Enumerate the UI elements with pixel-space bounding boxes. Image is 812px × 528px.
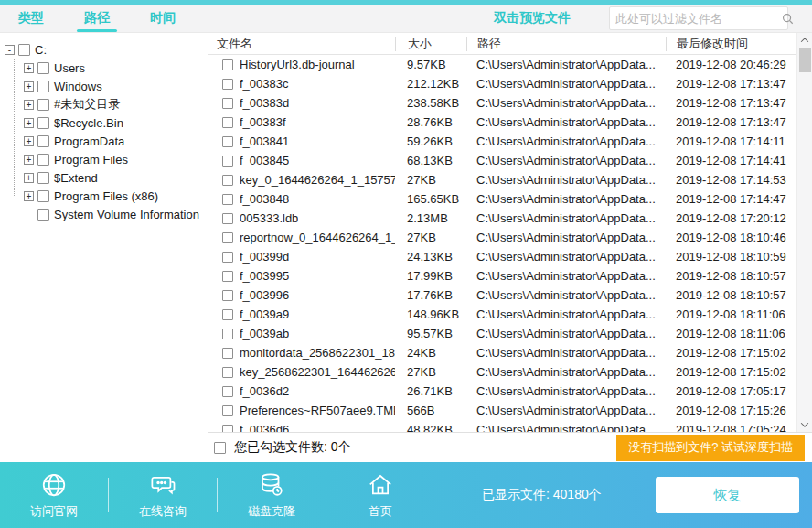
row-checkbox[interactable] <box>222 386 233 397</box>
nav-item-home[interactable]: 首页 <box>326 471 434 520</box>
tree-item-checkbox[interactable] <box>37 62 49 74</box>
expand-icon[interactable]: + <box>24 81 34 92</box>
tree-item[interactable]: + Windows <box>24 77 208 95</box>
row-checkbox[interactable] <box>222 175 233 186</box>
expand-icon[interactable]: + <box>24 63 34 73</box>
file-name: f_00383c <box>240 77 289 91</box>
deep-scan-button[interactable]: 没有扫描到文件? 试试深度扫描 <box>616 435 805 461</box>
table-row[interactable]: f_00383f 28.76KB C:\Users\Administrator\… <box>208 113 796 132</box>
file-path: C:\Users\Administrator\AppData... <box>466 211 666 225</box>
filter-search-input[interactable] <box>610 12 782 26</box>
preview-hint-label: 双击预览文件 <box>494 10 571 27</box>
row-checkbox[interactable] <box>222 425 233 433</box>
tree-item[interactable]: + $Recycle.Bin <box>24 113 208 132</box>
expand-icon[interactable]: + <box>24 155 34 165</box>
expand-icon[interactable] <box>24 210 34 220</box>
tree-item-checkbox[interactable] <box>37 81 49 92</box>
tree-item[interactable]: + $Extend <box>24 168 208 187</box>
scroll-up-button[interactable] <box>797 33 812 48</box>
tree-item-checkbox[interactable] <box>37 117 49 129</box>
table-row[interactable]: 005333.ldb 2.13MB C:\Users\Administrator… <box>208 209 796 228</box>
vertical-scrollbar[interactable] <box>796 33 812 432</box>
tree-item[interactable]: + ProgramData <box>24 132 208 150</box>
row-checkbox[interactable] <box>222 232 233 243</box>
table-row[interactable]: f_003841 59.26KB C:\Users\Administrator\… <box>208 132 796 151</box>
tree-children: + Users + Windows + #未知父目录 + <box>0 59 208 223</box>
table-row[interactable]: f_00383d 238.58KB C:\Users\Administrator… <box>208 93 796 113</box>
table-row[interactable]: Preferences~RF507aee9.TMP 566B C:\Users\… <box>208 401 796 420</box>
row-checkbox[interactable] <box>222 79 233 90</box>
nav-item-disk-clone[interactable]: 磁盘克隆 <box>218 471 326 520</box>
nav-item-website[interactable]: 访问官网 <box>0 471 108 520</box>
table-row[interactable]: reportnow_0_1644626264_1_15... 27KB C:\U… <box>208 228 796 247</box>
table-row[interactable]: f_0039a9 148.96KB C:\Users\Administrator… <box>208 305 796 324</box>
tree-item-checkbox[interactable] <box>37 135 49 147</box>
row-checkbox[interactable] <box>222 290 233 301</box>
tab-path[interactable]: 路径 <box>75 5 119 33</box>
table-row[interactable]: f_0039ab 95.57KB C:\Users\Administrator\… <box>208 324 796 343</box>
tree-item[interactable]: + Program Files <box>24 150 208 168</box>
column-header-time[interactable]: 最后修改时间 <box>666 37 796 51</box>
table-row[interactable]: key_0_1644626264_1_1575796... 27KB C:\Us… <box>208 170 796 189</box>
table-row[interactable]: f_003848 165.65KB C:\Users\Administrator… <box>208 189 796 209</box>
tree-item-checkbox[interactable] <box>37 190 49 202</box>
file-time: 2019-12-08 17:13:47 <box>666 77 796 91</box>
scrollbar-thumb[interactable] <box>799 48 811 72</box>
tabs-bar: 类型 路径 时间 双击预览文件 <box>0 5 812 33</box>
row-checkbox[interactable] <box>222 309 233 320</box>
tree-item-checkbox[interactable] <box>37 154 49 166</box>
column-header-name[interactable]: 文件名 <box>208 37 395 51</box>
table-row[interactable]: f_00399d 24.13KB C:\Users\Administrator\… <box>208 247 796 266</box>
table-row[interactable]: f_00383c 212.12KB C:\Users\Administrator… <box>208 74 796 93</box>
row-checkbox[interactable] <box>222 213 233 224</box>
tree-item-root-drive[interactable]: - C: <box>0 40 208 59</box>
expand-icon[interactable]: + <box>24 118 34 128</box>
expand-icon[interactable]: + <box>24 100 34 110</box>
tree-item-checkbox[interactable] <box>37 209 49 221</box>
table-row[interactable]: f_0036d2 26.71KB C:\Users\Administrator\… <box>208 382 796 401</box>
recover-button[interactable]: 恢复 <box>656 477 799 513</box>
table-row[interactable]: f_003845 68.13KB C:\Users\Administrator\… <box>208 151 796 170</box>
row-checkbox[interactable] <box>222 271 233 282</box>
file-path: C:\Users\Administrator\AppData... <box>466 173 666 187</box>
expand-icon[interactable]: + <box>24 173 34 183</box>
table-row[interactable]: key_2568622301_1644626264_... 27KB C:\Us… <box>208 362 796 382</box>
row-checkbox[interactable] <box>222 405 233 416</box>
file-size: 68.13KB <box>395 154 466 167</box>
table-row[interactable]: monitordata_2568622301_18238 24KB C:\Use… <box>208 343 796 362</box>
table-row[interactable]: f_0036d6 48.82KB C:\Users\Administrator\… <box>208 420 796 432</box>
filter-search-box[interactable] <box>609 6 788 30</box>
table-row[interactable]: f_003995 17.99KB C:\Users\Administrator\… <box>208 266 796 286</box>
row-checkbox[interactable] <box>222 348 233 359</box>
table-row[interactable]: HistoryUrl3.db-journal 9.57KB C:\Users\A… <box>208 55 796 74</box>
shown-files-label: 已显示文件: 40180个 <box>482 487 602 503</box>
row-checkbox[interactable] <box>222 156 233 167</box>
nav-item-consult[interactable]: 在线咨询 <box>109 471 217 520</box>
tree-item-checkbox[interactable] <box>37 99 49 111</box>
row-checkbox[interactable] <box>222 367 233 378</box>
select-all-checkbox[interactable] <box>214 442 226 454</box>
row-checkbox[interactable] <box>222 252 233 263</box>
expand-icon[interactable]: + <box>24 136 34 146</box>
row-checkbox[interactable] <box>222 117 233 128</box>
row-checkbox[interactable] <box>222 59 233 70</box>
tree-item-checkbox[interactable] <box>37 172 49 184</box>
row-checkbox[interactable] <box>222 329 233 339</box>
tree-item[interactable]: + Users <box>24 59 208 77</box>
tree-item[interactable]: + Program Files (x86) <box>24 187 208 205</box>
tree-item[interactable]: System Volume Information <box>24 205 208 223</box>
column-header-size[interactable]: 大小 <box>395 37 466 51</box>
row-checkbox[interactable] <box>222 98 233 109</box>
row-checkbox[interactable] <box>222 194 233 205</box>
nav-label: 首页 <box>369 503 392 520</box>
expand-icon[interactable]: + <box>24 191 34 201</box>
tree-root-checkbox[interactable] <box>18 44 30 56</box>
row-checkbox[interactable] <box>222 136 233 147</box>
table-row[interactable]: f_003996 17.76KB C:\Users\Administrator\… <box>208 286 796 305</box>
tree-item[interactable]: + #未知父目录 <box>24 95 208 113</box>
tab-type[interactable]: 类型 <box>9 5 53 33</box>
scroll-down-button[interactable] <box>797 417 812 432</box>
tab-time[interactable]: 时间 <box>141 5 185 33</box>
column-header-path[interactable]: 路径 <box>466 37 666 51</box>
collapse-icon[interactable]: - <box>5 45 15 55</box>
